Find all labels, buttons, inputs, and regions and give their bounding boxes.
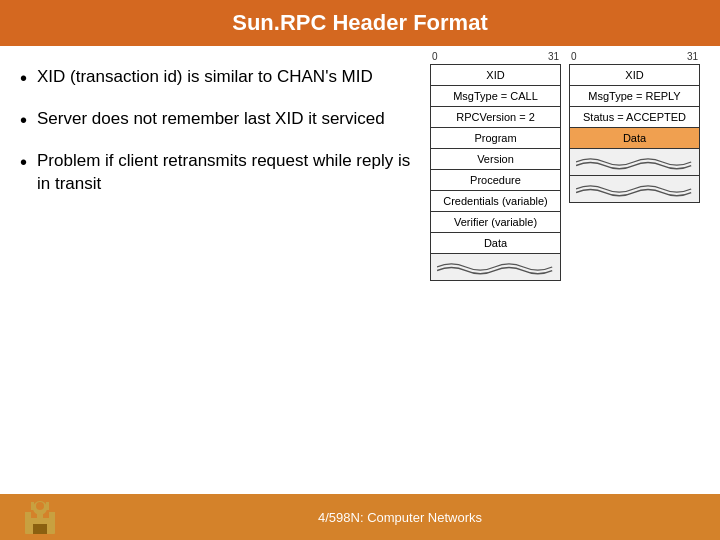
reply-status-cell: Status = ACCEPTED	[570, 107, 700, 128]
diagrams-area: 0 31 XID MsgType = CALL RPCVersion = 2 P…	[430, 51, 700, 489]
call-row-credentials: Credentials (variable)	[431, 191, 561, 212]
call-msgtype-cell: MsgType = CALL	[431, 86, 561, 107]
footer-text: 4/598N: Computer Networks	[318, 510, 482, 525]
call-row-data: Data	[431, 233, 561, 254]
reply-row-wavy1	[570, 149, 700, 176]
bullet-dot-3: •	[20, 150, 27, 174]
reply-bit-start: 0	[571, 51, 577, 62]
call-bit-labels: 0 31	[430, 51, 561, 62]
bullet-text-3: Problem if client retransmits request wh…	[37, 150, 420, 196]
bullet-points: • XID (transaction id) is similar to CHA…	[20, 61, 420, 489]
bullet-text-1: XID (transaction id) is similar to CHAN'…	[37, 66, 373, 89]
slide-title: Sun.RPC Header Format	[0, 0, 720, 46]
content-area: • XID (transaction id) is similar to CHA…	[0, 46, 720, 494]
reply-xid-cell: XID	[570, 65, 700, 86]
reply-diagram: 0 31 XID MsgType = REPLY Status = ACCEPT…	[569, 51, 700, 203]
reply-wavy-svg-2	[576, 180, 693, 198]
call-data-cell: Data	[431, 233, 561, 254]
call-bit-end: 31	[548, 51, 559, 62]
call-row-procedure: Procedure	[431, 170, 561, 191]
reply-wavy-cell-1	[570, 149, 700, 176]
svg-rect-3	[49, 512, 55, 522]
reply-wavy-svg-1	[576, 153, 693, 171]
call-version-cell: Version	[431, 149, 561, 170]
call-bit-start: 0	[432, 51, 438, 62]
footer-castle-icon	[20, 498, 60, 536]
call-row-xid: XID	[431, 65, 561, 86]
reply-row-xid: XID	[570, 65, 700, 86]
bullet-dot-1: •	[20, 66, 27, 90]
call-rpcversion-cell: RPCVersion = 2	[431, 107, 561, 128]
svg-rect-7	[46, 502, 49, 510]
svg-rect-6	[31, 502, 34, 510]
bullet-dot-2: •	[20, 108, 27, 132]
call-row-program: Program	[431, 128, 561, 149]
bullet-2: • Server does not remember last XID it s…	[20, 108, 420, 132]
call-row-wavy	[431, 254, 561, 281]
slide-bottom: 4/598N: Computer Networks	[0, 494, 720, 540]
reply-bit-end: 31	[687, 51, 698, 62]
call-wavy-cell	[431, 254, 561, 281]
footer-icon-box	[0, 494, 80, 540]
call-row-verifier: Verifier (variable)	[431, 212, 561, 233]
call-row-rpcversion: RPCVersion = 2	[431, 107, 561, 128]
reply-row-wavy2	[570, 176, 700, 203]
call-table: XID MsgType = CALL RPCVersion = 2 Progra…	[430, 64, 561, 281]
svg-rect-1	[25, 512, 31, 522]
call-program-cell: Program	[431, 128, 561, 149]
call-wavy-svg	[437, 258, 554, 276]
call-xid-cell: XID	[431, 65, 561, 86]
call-row-version: Version	[431, 149, 561, 170]
svg-point-8	[36, 502, 44, 510]
reply-row-status: Status = ACCEPTED	[570, 107, 700, 128]
reply-data-cell: Data	[570, 128, 700, 149]
footer-label: 4/598N: Computer Networks	[80, 494, 720, 540]
bullet-text-2: Server does not remember last XID it ser…	[37, 108, 385, 131]
reply-msgtype-cell: MsgType = REPLY	[570, 86, 700, 107]
reply-table: XID MsgType = REPLY Status = ACCEPTED Da…	[569, 64, 700, 203]
bullet-1: • XID (transaction id) is similar to CHA…	[20, 66, 420, 90]
slide: Sun.RPC Header Format • XID (transaction…	[0, 0, 720, 540]
bullet-3: • Problem if client retransmits request …	[20, 150, 420, 196]
svg-rect-4	[33, 524, 47, 534]
title-text: Sun.RPC Header Format	[232, 10, 488, 35]
reply-wavy-cell-2	[570, 176, 700, 203]
call-credentials-cell: Credentials (variable)	[431, 191, 561, 212]
call-procedure-cell: Procedure	[431, 170, 561, 191]
call-diagram: 0 31 XID MsgType = CALL RPCVersion = 2 P…	[430, 51, 561, 281]
reply-bit-labels: 0 31	[569, 51, 700, 62]
call-row-msgtype: MsgType = CALL	[431, 86, 561, 107]
reply-row-msgtype: MsgType = REPLY	[570, 86, 700, 107]
reply-row-data: Data	[570, 128, 700, 149]
call-verifier-cell: Verifier (variable)	[431, 212, 561, 233]
